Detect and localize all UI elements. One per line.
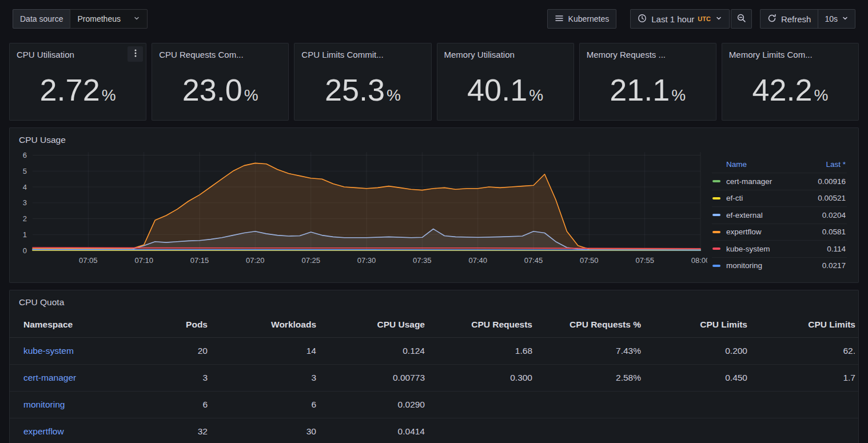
table-row: monitoring 6 6 0.0290 <box>10 392 858 418</box>
panel-title: Memory Limits Com... <box>722 43 858 59</box>
series-name[interactable]: ef-external <box>726 211 763 219</box>
zoom-out-time-button[interactable] <box>731 9 752 29</box>
series-color-swatch <box>712 231 720 233</box>
legend-item[interactable]: kube-system 0.114 <box>712 240 847 257</box>
cell-pods: 3 <box>116 365 216 392</box>
stat-value: 25.3 <box>325 72 385 107</box>
panel-title: Memory Utilisation <box>437 43 574 59</box>
svg-text:07:15: 07:15 <box>190 256 209 265</box>
stat-panel-memory-requests: Memory Requests ... 21.1% <box>579 43 716 121</box>
stat-value: 21.1 <box>610 72 670 107</box>
zoom-out-icon <box>736 13 746 25</box>
time-controls: Last 1 hour UTC <box>630 9 752 29</box>
series-color-swatch <box>712 214 720 216</box>
stat-unit: % <box>671 86 686 105</box>
stat-unit: % <box>387 86 401 105</box>
legend-item[interactable]: monitoring 0.0217 <box>712 257 847 274</box>
toolbar-right-group: Kubernetes Last 1 hour UTC <box>547 9 855 29</box>
svg-text:07:45: 07:45 <box>524 256 543 265</box>
col-header-pods[interactable]: Pods <box>116 311 216 338</box>
series-last-value: 0.0217 <box>822 261 846 270</box>
col-header-cpu-usage[interactable]: CPU Usage <box>324 311 433 338</box>
legend-item[interactable]: ef-external 0.0204 <box>712 206 847 224</box>
datasource-picker: Data source Prometheus <box>13 9 148 29</box>
time-range-picker[interactable]: Last 1 hour UTC <box>630 9 730 29</box>
cell-cpu-limits: 0.450 <box>649 365 755 392</box>
series-name[interactable]: ef-cti <box>726 194 743 202</box>
stat-unit: % <box>102 86 116 105</box>
cell-cpu-requests-pct: 2.58% <box>540 365 649 392</box>
cell-cpu-limits <box>649 418 755 443</box>
stat-panel-cpu-limits: CPU Limits Commit... 25.3% <box>294 43 431 121</box>
datasource-label: Data source <box>13 9 70 29</box>
cell-cpu-requests <box>433 392 540 418</box>
series-color-swatch <box>712 248 720 250</box>
col-header-cpu-limits[interactable]: CPU Limits <box>649 311 755 338</box>
series-color-swatch <box>712 197 720 199</box>
table-row: kube-system 20 14 0.124 1.68 7.43% 0.200… <box>10 338 858 365</box>
dashboard-toolbar: Data source Prometheus Kubernetes Last 1… <box>0 0 868 38</box>
stat-unit: % <box>244 86 258 105</box>
namespace-link[interactable]: monitoring <box>23 400 65 409</box>
kubernetes-label: Kubernetes <box>568 14 610 23</box>
legend-item[interactable]: ef-cti 0.00521 <box>712 190 847 207</box>
col-header-workloads[interactable]: Workloads <box>216 311 324 338</box>
cell-cpu-limits: 0.200 <box>649 338 755 365</box>
cell-cpu-requests-pct <box>540 418 649 443</box>
table-row: cert-manager 3 3 0.00773 0.300 2.58% 0.4… <box>10 365 858 392</box>
series-name[interactable]: expertflow <box>726 228 762 236</box>
namespace-link[interactable]: kube-system <box>23 346 74 356</box>
chevron-down-icon <box>842 14 849 23</box>
svg-text:08:00: 08:00 <box>691 256 707 265</box>
namespace-link[interactable]: expertflow <box>23 426 64 436</box>
series-name[interactable]: kube-system <box>726 245 770 253</box>
cpu-quota-panel: CPU Quota Namespace Pods Workloads CPU U… <box>9 290 859 443</box>
chevron-down-icon <box>715 14 722 23</box>
cell-cpu-usage: 0.00773 <box>324 365 433 392</box>
col-header-namespace[interactable]: Namespace <box>10 311 116 338</box>
kubernetes-menu-button[interactable]: Kubernetes <box>547 9 617 29</box>
stat-panel-cpu-utilisation: CPU Utilisation 2.72% <box>9 43 146 121</box>
refresh-icon <box>767 14 777 25</box>
svg-text:07:10: 07:10 <box>134 256 153 265</box>
cell-cpu-requests <box>433 418 540 443</box>
series-color-swatch <box>712 265 720 267</box>
timezone-label: UTC <box>698 15 711 22</box>
panel-title: CPU Utilisation <box>10 43 146 59</box>
panel-title: CPU Quota <box>10 290 858 308</box>
svg-text:07:55: 07:55 <box>635 256 654 265</box>
hamburger-icon <box>555 14 564 25</box>
cell-workloads: 14 <box>216 338 324 365</box>
stat-value: 42.2 <box>752 72 812 107</box>
cell-pods: 6 <box>116 392 216 418</box>
cell-workloads: 30 <box>216 418 324 443</box>
col-header-cpu-requests[interactable]: CPU Requests <box>433 311 540 338</box>
series-last-value: 0.0204 <box>822 211 846 219</box>
refresh-interval-value: 10s <box>825 14 838 23</box>
panel-title: CPU Limits Commit... <box>294 43 431 59</box>
cell-cpu-usage: 0.0414 <box>324 418 433 443</box>
svg-text:07:25: 07:25 <box>301 256 320 265</box>
cell-cpu-usage: 0.124 <box>324 338 433 365</box>
series-name[interactable]: cert-manager <box>726 177 772 186</box>
cell-cpu-limits-pct <box>755 392 858 418</box>
table-row: expertflow 32 30 0.0414 <box>10 418 858 443</box>
series-last-value: 0.00916 <box>818 177 846 186</box>
cell-cpu-limits-pct <box>755 418 858 443</box>
refresh-button[interactable]: Refresh <box>761 10 819 28</box>
refresh-interval-select[interactable]: 10s <box>818 10 855 28</box>
cell-cpu-limits-pct: 1.7 <box>755 365 858 392</box>
col-header-cpu-limits-pct[interactable]: CPU Limits <box>755 311 858 338</box>
panel-title: Memory Requests ... <box>580 43 716 59</box>
legend-last-sort-header[interactable]: Last * <box>826 160 846 169</box>
series-name[interactable]: monitoring <box>726 261 762 270</box>
datasource-select[interactable]: Prometheus <box>70 9 147 29</box>
kebab-menu-icon <box>134 49 137 60</box>
namespace-link[interactable]: cert-manager <box>23 373 76 382</box>
col-header-cpu-requests-pct[interactable]: CPU Requests % <box>540 311 649 338</box>
legend-item[interactable]: cert-manager 0.00916 <box>712 173 847 190</box>
legend-item[interactable]: expertflow 0.0581 <box>712 224 847 241</box>
panel-menu-button[interactable] <box>128 46 143 62</box>
cell-cpu-usage: 0.0290 <box>324 392 433 418</box>
cpu-usage-chart[interactable]: 012345607:0507:1007:1507:2007:2507:3007:… <box>15 146 707 274</box>
